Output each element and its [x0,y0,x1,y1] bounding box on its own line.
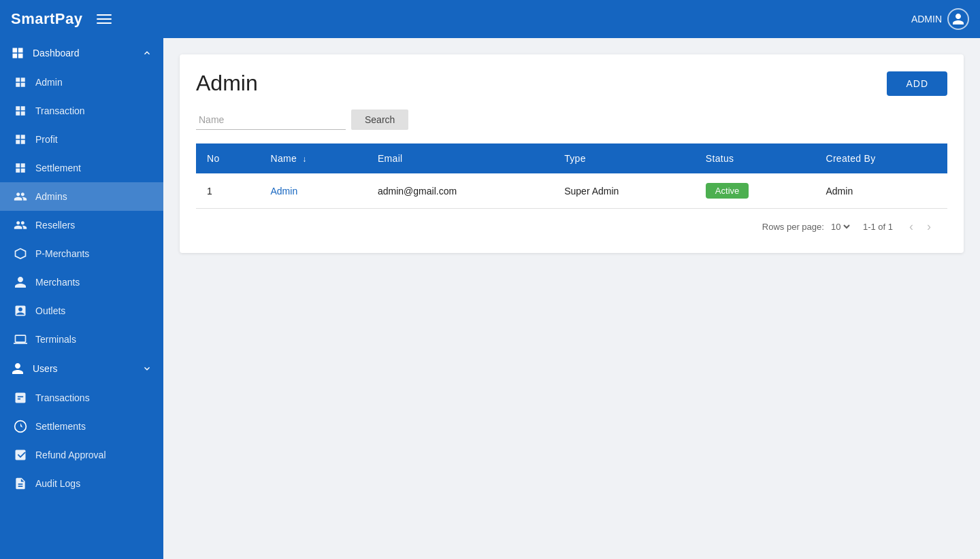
sidebar-item-profit[interactable]: Profit [0,125,163,154]
settlements-icon [14,420,27,433]
col-header-created-by: Created By [815,143,947,173]
next-page-button[interactable]: › [921,217,936,237]
col-header-name[interactable]: Name ↓ [259,143,366,173]
col-header-status: Status [695,143,815,173]
refund-approval-icon [14,448,27,462]
audit-logs-icon [14,477,27,490]
sidebar-users-icon-group: Users [11,362,58,375]
settlement-sub-icon [14,161,27,175]
sidebar-admin-label: Admin [35,77,63,88]
transaction-sub-icon [14,104,27,118]
col-header-type: Type [553,143,695,173]
pagination: Rows per page: 10 25 50 1-1 of 1 ‹ › [196,209,947,237]
menu-icon[interactable] [97,14,112,24]
sidebar: Dashboard Admin Transaction Profit [0,38,163,559]
table-container: No Name ↓ Email Type [196,143,947,209]
pagination-rows-per-page: Rows per page: 10 25 50 [762,221,852,233]
topbar-left: SmartPay [11,10,112,28]
sidebar-item-settlement[interactable]: Settlement [0,154,163,182]
rows-per-page-label: Rows per page: [762,222,824,232]
chevron-down-icon [142,363,152,374]
main-content: Admin ADD Search No N [163,38,980,559]
col-header-no: No [196,143,259,173]
merchants-icon [14,275,27,289]
sidebar-users-label: Users [33,363,58,374]
topbar: SmartPay ADMIN [0,0,980,38]
page-title: Admin [196,71,258,96]
cell-email: admin@gmail.com [367,173,553,209]
sidebar-item-merchants[interactable]: Merchants [0,268,163,297]
sidebar-dashboard-header[interactable]: Dashboard [0,38,163,68]
users-icon [11,362,24,375]
admin-sub-icon [14,75,27,89]
sort-icon-name: ↓ [302,154,306,164]
cell-name: Admin [259,173,366,209]
status-badge: Active [706,183,749,199]
table-header-row: No Name ↓ Email Type [196,143,947,173]
sidebar-item-admin[interactable]: Admin [0,68,163,97]
search-area: Search [196,109,947,130]
dashboard-icon [11,46,24,60]
chevron-up-icon [142,48,152,58]
app-logo: SmartPay [11,10,83,28]
sidebar-transaction-label: Transaction [35,105,85,116]
sidebar-users-header[interactable]: Users [0,354,163,384]
sidebar-item-resellers[interactable]: Resellers [0,211,163,239]
cell-no: 1 [196,173,259,209]
admin-name-link[interactable]: Admin [270,186,297,197]
sidebar-item-outlets[interactable]: Outlets [0,297,163,325]
topbar-user-label: ADMIN [911,14,942,24]
sidebar-item-terminals[interactable]: Terminals [0,325,163,354]
sidebar-p-merchants-label: P-Merchants [35,248,89,259]
sidebar-item-settlements[interactable]: Settlements [0,412,163,441]
prev-page-button[interactable]: ‹ [904,217,919,237]
col-header-email: Email [367,143,553,173]
outlets-icon [14,304,27,318]
terminals-icon [14,333,27,346]
sidebar-settlements-label: Settlements [35,421,86,432]
sidebar-refund-approval-label: Refund Approval [35,450,106,460]
add-button[interactable]: ADD [887,71,947,96]
sidebar-dashboard-label: Dashboard [33,48,80,58]
sidebar-merchants-label: Merchants [35,277,80,288]
cell-created-by: Admin [815,173,947,209]
avatar [947,8,969,30]
transactions-icon [14,391,27,405]
sidebar-outlets-label: Outlets [35,305,65,316]
p-merchants-icon [14,247,27,260]
sidebar-terminals-label: Terminals [35,334,76,345]
layout: Dashboard Admin Transaction Profit [0,38,980,559]
cell-status: Active [695,173,815,209]
cell-type: Super Admin [553,173,695,209]
table-row: 1 Admin admin@gmail.com Super Admin Acti… [196,173,947,209]
resellers-icon [14,218,27,232]
sidebar-item-refund-approval[interactable]: Refund Approval [0,441,163,469]
sidebar-item-audit-logs[interactable]: Audit Logs [0,469,163,498]
admin-card: Admin ADD Search No N [180,54,964,253]
pagination-info: 1-1 of 1 [863,222,893,232]
sidebar-audit-logs-label: Audit Logs [35,478,80,489]
sidebar-profit-label: Profit [35,134,58,145]
sidebar-item-p-merchants[interactable]: P-Merchants [0,239,163,268]
sidebar-item-transaction[interactable]: Transaction [0,97,163,125]
sidebar-item-admins[interactable]: Admins [0,182,163,211]
sidebar-item-transactions[interactable]: Transactions [0,384,163,412]
topbar-right: ADMIN [911,8,969,30]
search-button[interactable]: Search [351,109,408,130]
sidebar-dashboard-icon-group: Dashboard [11,46,80,60]
profit-sub-icon [14,133,27,146]
sidebar-transactions-label: Transactions [35,392,90,403]
pagination-nav: ‹ › [904,217,936,237]
admins-icon [14,190,27,203]
card-header: Admin ADD [196,71,947,96]
admin-table: No Name ↓ Email Type [196,143,947,209]
sidebar-resellers-label: Resellers [35,220,75,231]
rows-per-page-select[interactable]: 10 25 50 [828,221,852,233]
sidebar-admins-label: Admins [35,191,67,202]
search-input[interactable] [196,110,346,130]
sidebar-settlement-label: Settlement [35,163,81,173]
